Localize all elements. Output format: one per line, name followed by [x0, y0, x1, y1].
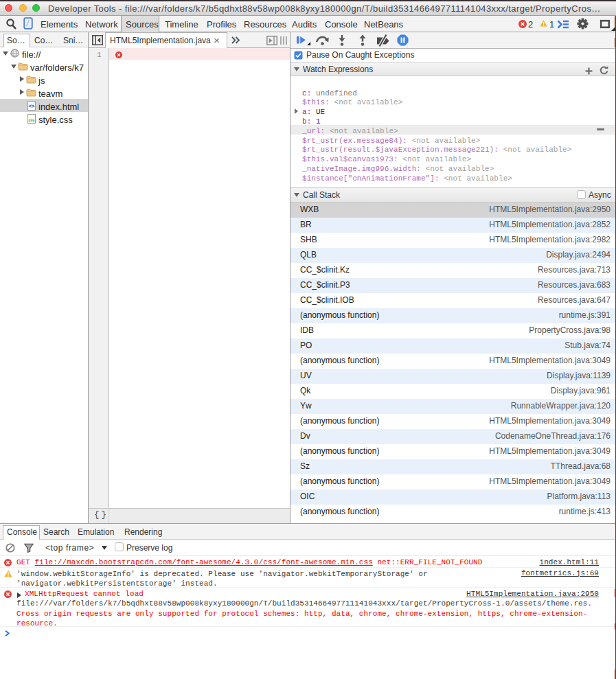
svg-text:<>: <> [29, 102, 35, 108]
svg-text:css: css [29, 117, 35, 122]
